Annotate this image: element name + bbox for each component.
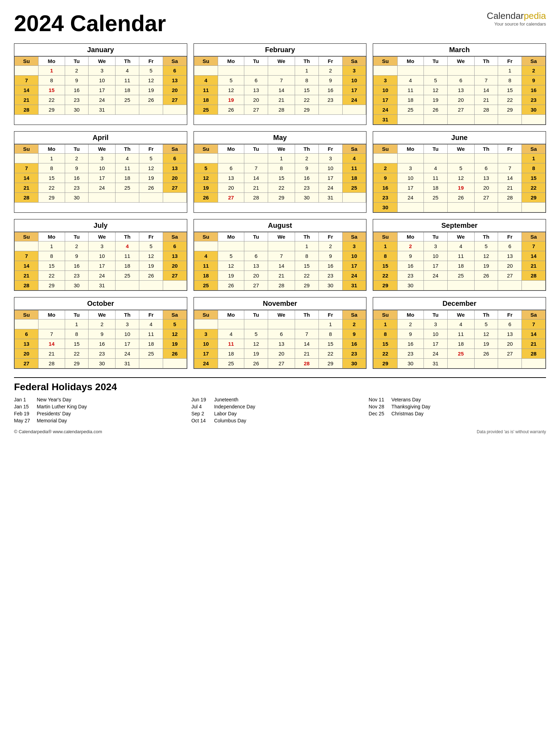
- header-mo: Mo: [38, 310, 65, 319]
- cal-day: 31: [318, 193, 342, 203]
- cal-day: 19: [163, 339, 187, 349]
- cal-day: [139, 193, 163, 203]
- cal-day: 28: [295, 359, 318, 368]
- holiday-row: Dec 25Christmas Day: [369, 410, 546, 417]
- cal-table-november: SuMoTuWeThFrSa 1234567891011121314151617…: [194, 310, 366, 368]
- cal-day: [342, 193, 366, 203]
- header-mo: Mo: [218, 310, 244, 319]
- holiday-row: Jan 15Martin Luther King Day: [14, 403, 191, 410]
- cal-table-march: SuMoTuWeThFrSa 1234567891011121314151617…: [373, 56, 546, 125]
- cal-day: 2: [65, 154, 89, 163]
- cal-day: 20: [244, 271, 268, 281]
- cal-day: [244, 154, 268, 163]
- cal-day: 27: [474, 193, 498, 203]
- month-january: JanuarySuMoTuWeThFrSa 123456789101112131…: [14, 43, 187, 125]
- cal-day: 11: [424, 173, 447, 183]
- header-mo: Mo: [218, 145, 244, 154]
- cal-day: 13: [498, 329, 522, 339]
- cal-day: 1: [295, 241, 318, 251]
- cal-day: [342, 105, 366, 115]
- cal-day: [15, 66, 38, 76]
- cal-day: 2: [397, 319, 424, 329]
- cal-day: 11: [115, 76, 139, 85]
- cal-day: 2: [397, 241, 424, 251]
- header-su: Su: [373, 57, 397, 66]
- cal-day: [89, 193, 115, 203]
- cal-day: 10: [424, 251, 447, 261]
- header-su: Su: [194, 232, 218, 241]
- holiday-name: Juneteenth: [214, 397, 238, 402]
- cal-day: 30: [89, 359, 115, 368]
- cal-day: 27: [163, 95, 187, 105]
- header-su: Su: [15, 310, 38, 319]
- header-sa: Sa: [163, 232, 187, 241]
- cal-day: 20: [15, 349, 38, 359]
- cal-day: 29: [295, 105, 318, 115]
- cal-day: 12: [194, 173, 218, 183]
- cal-table-september: SuMoTuWeThFrSa12345678910111213141516171…: [373, 232, 546, 290]
- cal-day: 29: [373, 281, 397, 290]
- cal-day: 17: [89, 173, 115, 183]
- cal-day: 19: [139, 85, 163, 95]
- cal-day: 1: [373, 241, 397, 251]
- header-sa: Sa: [342, 310, 366, 319]
- cal-day: 20: [498, 261, 522, 271]
- cal-day: 11: [447, 329, 474, 339]
- cal-day: 15: [65, 339, 89, 349]
- cal-day: 23: [397, 349, 424, 359]
- cal-day: 16: [522, 85, 546, 95]
- cal-day: 21: [498, 183, 522, 193]
- header-mo: Mo: [38, 145, 65, 154]
- cal-day: 11: [115, 251, 139, 261]
- cal-day: 18: [115, 261, 139, 271]
- holiday-date: Sep 2: [191, 411, 211, 416]
- cal-day: 10: [373, 85, 397, 95]
- cal-day: 23: [65, 95, 89, 105]
- cal-day: 26: [194, 193, 218, 203]
- cal-day: 8: [318, 329, 342, 339]
- cal-day: 29: [498, 105, 522, 115]
- cal-day: 6: [447, 76, 474, 85]
- cal-day: 27: [244, 105, 268, 115]
- cal-day: 10: [342, 251, 366, 261]
- cal-day: 10: [424, 329, 447, 339]
- cal-day: 14: [474, 85, 498, 95]
- header-th: Th: [474, 232, 498, 241]
- holiday-name: Memorial Day: [37, 418, 67, 423]
- cal-day: 10: [89, 76, 115, 85]
- header-su: Su: [373, 145, 397, 154]
- cal-day: 11: [194, 261, 218, 271]
- cal-day: 21: [474, 95, 498, 105]
- cal-day: 21: [522, 261, 546, 271]
- cal-day: 25: [115, 183, 139, 193]
- cal-day: 10: [194, 339, 218, 349]
- cal-day: 26: [139, 95, 163, 105]
- cal-day: 7: [244, 163, 268, 173]
- header-fr: Fr: [139, 145, 163, 154]
- cal-day: 13: [244, 261, 268, 271]
- cal-day: 15: [38, 85, 65, 95]
- cal-day: 14: [38, 339, 65, 349]
- cal-day: 1: [268, 154, 295, 163]
- cal-day: 14: [295, 339, 318, 349]
- header-su: Su: [15, 232, 38, 241]
- cal-day: [447, 281, 474, 290]
- cal-day: 29: [65, 359, 89, 368]
- cal-day: 1: [498, 66, 522, 76]
- holiday-name: Veterans Day: [391, 397, 421, 402]
- holiday-row: Jul 4Independence Day: [191, 403, 369, 410]
- header-mo: Mo: [397, 232, 424, 241]
- cal-day: [397, 154, 424, 163]
- cal-day: 23: [89, 349, 115, 359]
- cal-day: [15, 154, 38, 163]
- cal-day: 29: [295, 281, 318, 290]
- header-su: Su: [373, 310, 397, 319]
- month-title-october: October: [14, 297, 187, 310]
- cal-day: 9: [397, 329, 424, 339]
- cal-day: 12: [139, 76, 163, 85]
- cal-day: 3: [115, 319, 139, 329]
- cal-day: 18: [218, 349, 244, 359]
- header-mo: Mo: [218, 57, 244, 66]
- cal-day: [447, 115, 474, 125]
- cal-day: 8: [268, 163, 295, 173]
